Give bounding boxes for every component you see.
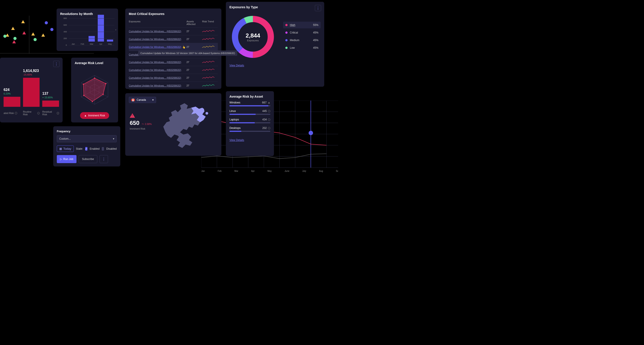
svg-point-14 [206,112,208,115]
risk-bars-card: ⋮ 624 0.23% 1,614,923 -15.65% 137 + 15.6… [0,58,62,122]
bottom-chart-axis: JanFebMarAprMayJuneJulyAugSep [201,170,338,172]
legend-item[interactable]: High 55% [283,22,321,28]
cursor-icon: 👆 [182,45,186,49]
exposures-title: Most Critical Exposures [129,12,218,16]
donut-legend: High 55% Critical 45% Medium 45% Low 45% [283,22,321,52]
sparkline [202,37,218,41]
asset-row: Linux445 i [230,109,270,115]
avg-risk-by-asset-card: Average Risk by Asset Windows667 ▲ Linux… [226,91,274,156]
sparkline [202,30,218,33]
view-details-link[interactable]: View Details [230,139,244,142]
country-select[interactable]: Canada ▾ [129,97,156,103]
svg-marker-6 [84,78,106,101]
exposure-link[interactable]: Cumulativ [129,53,186,56]
exposure-link[interactable]: Cumulative Update for Windows... (KB3206… [129,84,186,87]
table-row[interactable]: Cumulative Update for Windows... (KB3206… [129,27,218,35]
legend-item[interactable]: Medium 45% [283,37,321,43]
svg-point-13 [200,108,204,112]
legend-item[interactable]: Low 45% [283,44,321,51]
frequency-select[interactable]: Custom... ▾ [57,135,117,142]
table-row[interactable]: Cumulativ [129,51,218,58]
map-card: Canada ▾ 650 〜 2.00% Imminent Risk [125,93,222,156]
info-icon: i [268,127,270,129]
exposure-link[interactable]: Cumulative Update for Windows... (KB3206… [129,30,186,33]
exposure-link[interactable]: Cumulative Update for Windows... (KB3206… [129,76,186,79]
exposure-link[interactable]: Cumulative Update for Windows... (KB3206… [129,61,186,63]
svg-point-11 [83,95,84,96]
canada-flag-icon [131,99,135,101]
avg-risk-title: Average Risk Level [75,61,114,65]
chevron-down-icon: ▾ [152,98,154,101]
info-icon: i [15,112,17,114]
bytype-title: Exposures by Type [230,5,321,9]
svg-point-7 [94,77,95,79]
info-icon: i [57,112,59,114]
info-icon: i [268,118,270,121]
imminent-risk-button[interactable]: ▲ Imminent Risk [80,112,109,119]
sparkline [202,60,218,64]
radar-chart [75,67,114,112]
info-icon: i [37,112,40,114]
table-row[interactable]: Cumulative Update for Windows... (KB3206… [129,66,218,74]
critical-exposures-card: Most Critical Exposures Exposures Assets… [125,8,222,89]
chevron-right-icon[interactable]: › [116,28,116,31]
subscribe-button[interactable]: Subscribe [79,155,97,163]
donut-chart: 2,844 Exposures [230,13,276,60]
exposures-by-type-card: Exposures by Type ⋮ 2,844 Exposures High… [226,2,324,87]
svg-point-36 [308,131,313,135]
sparkline [202,45,218,48]
kebab-menu-icon[interactable]: ⋮ [53,61,60,67]
donut-label: Exposures [246,39,260,42]
map-label: Imminent Risk [130,127,152,130]
svg-point-10 [92,101,93,102]
warning-triangle-icon [130,113,135,118]
legend-item[interactable]: Critical 45% [283,29,321,36]
sparkline [202,84,218,87]
sparkline [202,68,218,71]
table-row[interactable]: Cumulative Update for Windows... (KB3206… [129,74,218,82]
warning-icon: ▲ [268,101,270,104]
resolutions-title: Resolutions by Month [60,12,114,16]
chevron-down-icon: ▾ [113,137,114,140]
asset-row: Laptops434 i [230,118,270,123]
kebab-menu-icon[interactable]: ⋮ [315,5,321,11]
exposure-link[interactable]: Cumulative Update for Windows... (KB3206… [129,69,186,71]
today-button[interactable]: ▦ Today [57,145,74,152]
svg-point-12 [83,84,84,85]
table-row[interactable]: Cumulative Update for Windows... (KB3206… [129,82,218,90]
exposure-link[interactable]: Cumulative Update for Windows... (KB3206… [129,45,186,48]
warning-icon: ▲ [84,114,87,117]
table-row[interactable]: Cumulative Update for Windows... (KB3206… [129,43,218,51]
scatter-decoration [0,16,56,54]
resolutions-bar-chart: 0200400600800JanFebMarAprMay [60,18,114,45]
byasset-title: Average Risk by Asset [230,95,270,98]
asset-row: Windows667 ▲ [230,101,270,106]
svg-point-9 [102,94,104,95]
frequency-title: Frequency [57,130,117,133]
average-risk-card: Average Risk Level ▲ Imminent Risk [71,58,118,122]
play-icon: ▷ [60,158,62,161]
kebab-menu-icon[interactable]: ⋮ [100,155,108,163]
enabled-checkbox[interactable]: ✓ [85,147,88,151]
table-row[interactable]: Cumulative Update for Windows... (KB3206… [129,58,218,66]
exposures-table: Exposures Assets Affected Risk Trend Cum… [129,18,218,90]
frequency-card: Frequency Custom... ▾ ▦ Today State: ✓ E… [53,126,120,166]
table-row[interactable]: Cumulative Update for Windows... (KB3206… [129,35,218,43]
run-job-button[interactable]: ▷ Run Job [57,155,76,163]
disabled-checkbox[interactable] [102,147,104,151]
table-header: Exposures Assets Affected Risk Trend [129,18,218,27]
asset-row: Desktops202 i [230,126,270,132]
state-label: State: [76,147,83,150]
map-stats: 650 〜 2.00% Imminent Risk [130,113,152,130]
trend-up-icon: 〜 2.00% [142,122,152,126]
sparkline [202,76,218,79]
map-value: 650 [130,120,139,126]
view-details-link[interactable]: View Details [230,64,244,67]
resolutions-card: Resolutions by Month 0200400600800JanFeb… [56,8,118,51]
info-icon: i [268,110,270,112]
canada-map [159,100,217,153]
svg-point-8 [105,83,106,84]
risk-bars-row: 624 0.23% 1,614,923 -15.65% 137 + 15.65% [4,67,59,107]
exposure-link[interactable]: Cumulative Update for Windows... (KB3206… [129,38,186,40]
donut-value: 2,844 [246,32,260,39]
